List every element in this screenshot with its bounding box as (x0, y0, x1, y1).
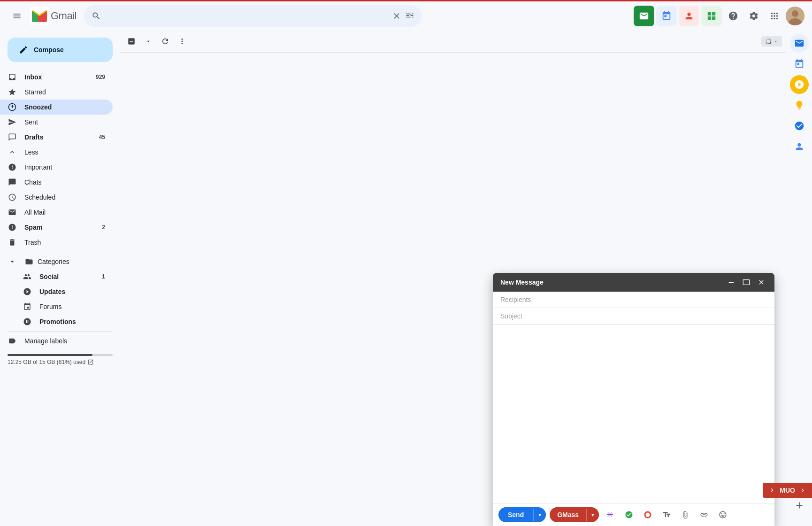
compose-recipients-input[interactable] (500, 296, 767, 303)
contacts-icon-button[interactable] (679, 6, 699, 26)
scheduled-icon (8, 193, 17, 202)
density-button[interactable] (761, 36, 782, 46)
categories-collapse-icon (8, 257, 17, 266)
snoozed-label: Snoozed (24, 103, 105, 111)
snoozed-icon (8, 102, 17, 112)
sidebar-item-forums[interactable]: Forums (0, 299, 113, 314)
compose-format-button[interactable]: ✳ (603, 507, 618, 522)
inbox-badge: 929 (96, 74, 105, 80)
sidebar-item-chats[interactable]: Chats (0, 175, 113, 190)
promotions-icon (23, 317, 32, 326)
drafts-icon (8, 132, 17, 142)
compose-text-format-button[interactable] (659, 507, 674, 522)
right-panel-tasks-button[interactable] (790, 75, 809, 94)
promotions-label: Promotions (39, 318, 105, 325)
storage-link-button[interactable] (87, 359, 94, 365)
settings-icon-button[interactable] (744, 7, 763, 25)
compose-palette-button[interactable] (640, 507, 655, 522)
right-panel-keepnotes-button[interactable] (790, 96, 809, 115)
sidebar-item-social[interactable]: Social 1 (0, 269, 113, 284)
sheets-icon-button[interactable] (701, 6, 722, 26)
sidebar-item-snoozed[interactable]: Snoozed (0, 100, 113, 115)
sidebar-item-manage-labels[interactable]: Manage labels (0, 333, 113, 348)
compose-attach-button[interactable] (678, 507, 693, 522)
gmass-button[interactable]: GMass (550, 507, 586, 522)
search-bar[interactable]: in:snoozed (84, 5, 422, 27)
send-button[interactable]: Send (498, 507, 533, 522)
help-icon-button[interactable] (724, 7, 743, 25)
spam-icon (8, 223, 17, 232)
compose-link-button[interactable] (697, 507, 712, 522)
compose-emoji-button[interactable] (715, 507, 730, 522)
sidebar-item-drafts[interactable]: Drafts 45 (0, 130, 113, 145)
compose-icon (19, 45, 28, 54)
starred-label: Starred (24, 88, 105, 96)
right-panel-calendar-button[interactable] (790, 54, 809, 73)
hamburger-button[interactable] (8, 7, 26, 25)
compose-footer: Send ▼ GMass ▼ ✳ (493, 503, 774, 526)
social-badge: 1 (102, 273, 105, 280)
send-dropdown-button[interactable]: ▼ (533, 509, 546, 521)
search-input[interactable]: in:snoozed (105, 12, 388, 20)
manage-labels-label: Manage labels (24, 337, 105, 345)
storage-bar-fill (8, 354, 92, 356)
more-options-button[interactable] (175, 34, 190, 49)
search-icon-button[interactable] (92, 11, 101, 21)
sidebar-item-categories[interactable]: Categories (0, 254, 113, 269)
gmail-text: Gmail (51, 10, 77, 22)
refresh-button[interactable] (158, 34, 173, 49)
compose-maximize-button[interactable] (741, 277, 752, 288)
sidebar-item-starred[interactable]: Starred (0, 85, 113, 100)
gmass-button-group: GMass ▼ (550, 507, 599, 522)
apps-icon-button[interactable] (765, 7, 784, 25)
compose-subject-field[interactable] (493, 308, 774, 325)
compose-subject-input[interactable] (500, 312, 767, 320)
mail-icon-button[interactable] (634, 6, 654, 26)
muo-badge[interactable]: MUO (763, 483, 812, 498)
sidebar-divider-2 (8, 331, 113, 332)
right-panel-contact-button[interactable] (790, 137, 809, 156)
right-panel-checklist-button[interactable] (790, 116, 809, 135)
compose-check-button[interactable] (621, 507, 636, 522)
svg-point-2 (792, 10, 798, 17)
sidebar-item-promotions[interactable]: Promotions (0, 314, 113, 329)
less-icon (8, 147, 17, 157)
sidebar-item-allmail[interactable]: All Mail (0, 205, 113, 220)
compose-button[interactable]: Compose (8, 38, 113, 62)
sidebar-item-trash[interactable]: Trash (0, 235, 113, 250)
drafts-badge: 45 (99, 134, 105, 140)
user-avatar[interactable] (786, 7, 804, 25)
important-label: Important (24, 163, 105, 171)
filter-search-button[interactable] (405, 11, 414, 21)
toolbar-right (761, 36, 782, 46)
spam-badge: 2 (102, 224, 105, 231)
compose-minimize-button[interactable] (726, 277, 737, 288)
important-icon (8, 162, 17, 172)
right-panel-add-button[interactable] (790, 496, 809, 515)
sidebar-item-sent[interactable]: Sent (0, 115, 113, 130)
sidebar-item-important[interactable]: Important (0, 160, 113, 175)
compose-header[interactable]: New Message (493, 273, 774, 292)
email-toolbar (120, 30, 786, 53)
calendar-icon-button[interactable] (656, 6, 677, 26)
select-all-button[interactable] (124, 34, 139, 49)
updates-label: Updates (39, 288, 105, 295)
clear-search-button[interactable] (392, 11, 401, 21)
sidebar-item-inbox[interactable]: Inbox 929 (0, 70, 113, 85)
compose-close-button[interactable] (756, 277, 767, 288)
chats-label: Chats (24, 178, 105, 186)
select-dropdown-button[interactable] (141, 34, 156, 49)
sidebar-item-spam[interactable]: Spam 2 (0, 220, 113, 235)
gmass-dropdown-button[interactable]: ▼ (586, 509, 599, 521)
sidebar-item-scheduled[interactable]: Scheduled (0, 190, 113, 205)
social-icon (23, 272, 32, 281)
compose-recipients-field[interactable] (493, 292, 774, 308)
compose-body[interactable] (493, 325, 774, 503)
drafts-label: Drafts (24, 133, 99, 141)
sidebar-item-updates[interactable]: Updates (0, 284, 113, 299)
inbox-label: Inbox (24, 73, 96, 81)
sidebar-item-less[interactable]: Less (0, 145, 113, 160)
compose-window-title: New Message (500, 278, 726, 286)
svg-point-5 (645, 513, 650, 517)
right-panel-gmail-button[interactable] (790, 34, 809, 53)
